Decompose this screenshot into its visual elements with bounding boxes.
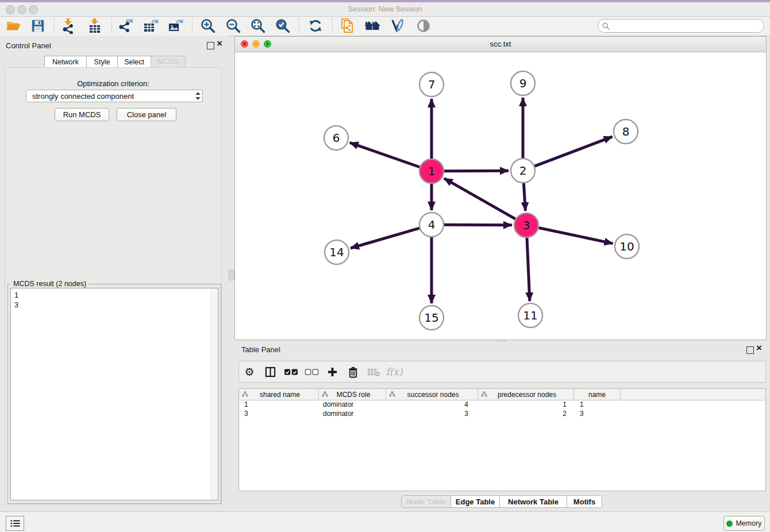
import-table-icon[interactable] [86,17,104,34]
float-panel-icon[interactable] [207,42,214,49]
tab-select[interactable]: Select [117,56,151,68]
control-panel: Control Panel × Network Style Select MCD… [0,36,227,511]
task-history-button[interactable] [6,516,24,531]
toolbar-separator [299,18,299,33]
network-canvas[interactable]: 7968124314101511 [235,52,766,340]
column-type-icon [322,391,328,398]
tab-style[interactable]: Style [86,56,118,68]
toolbar-separator [192,18,192,33]
export-table-icon[interactable] [141,17,160,34]
column-header-successor-nodes[interactable]: successor nodes [386,389,478,400]
refresh-layout-icon[interactable] [306,17,325,34]
graph-edge-4-3[interactable] [444,225,512,225]
search-box [598,19,764,33]
graph-node-label-14: 14 [329,245,344,259]
graph-edge-1-2[interactable] [444,171,509,171]
memory-status-icon [726,521,733,527]
toolbar-separator [332,18,333,33]
select-all-checks-icon[interactable] [280,369,301,375]
memory-button[interactable]: Memory [723,516,765,531]
toolbar-separator [54,18,55,33]
graph-edge-2-3[interactable] [523,183,525,211]
search-input[interactable] [612,21,764,30]
export-network-icon[interactable] [116,17,134,34]
export-image-icon[interactable] [166,17,184,34]
float-table-panel-icon[interactable] [746,346,754,354]
tab-network-table[interactable]: Network Table [500,495,567,508]
show-graphics-details-icon[interactable] [414,17,433,34]
control-panel-title: Control Panel [6,41,51,50]
table-header-row: shared name MCDS role successor nodes pr… [239,389,765,400]
table-panel-title: Table Panel [241,345,280,354]
result-scrollbar[interactable] [211,288,218,500]
column-header-mcds-role[interactable]: MCDS role [319,389,386,400]
apply-style-icon[interactable] [388,17,407,34]
network-window-titlebar[interactable]: × − + scc.txt [235,37,766,52]
run-mcds-button[interactable]: Run MCDS [55,108,109,121]
column-header-name[interactable]: name [574,389,621,400]
close-table-panel-icon[interactable]: × [756,342,762,354]
result-line: 3 [11,300,218,310]
graph-node-label-2: 2 [519,164,527,178]
tab-mcds[interactable]: MCDS [151,56,186,68]
graph-node-label-1: 1 [428,164,436,178]
status-bar: Memory [0,511,770,532]
clear-all-checks-icon[interactable] [301,369,322,375]
zoom-out-icon[interactable] [224,17,242,34]
memory-label: Memory [736,519,761,527]
table-row[interactable]: 3 dominator 3 2 3 [239,410,765,419]
criterion-dropdown[interactable]: strongly connected component [26,90,203,102]
graph-edge-3-1[interactable] [444,178,515,219]
graph-node-label-6: 6 [333,131,340,145]
window-title: Session: New Session [0,5,770,13]
result-line: 1 [11,288,218,300]
graph-node-label-9: 9 [519,76,527,90]
apply-formula-icon: f(x) [384,366,405,377]
optimization-criterion-label: Optimization criterion: [5,79,221,88]
tab-motifs[interactable]: Motifs [567,495,602,508]
vertical-splitter-handle[interactable] [229,270,234,280]
graph-edge-1-6[interactable] [350,142,420,167]
table-toolbar: ⚙ f(x) [238,361,766,383]
column-header-shared-name[interactable]: shared name [239,389,319,400]
graph-edge-4-14[interactable] [351,228,419,248]
tab-network[interactable]: Network [44,56,87,68]
table-tabs: Node Table Edge Table Network Table Moti… [401,495,602,508]
column-header-predecessor-nodes[interactable]: predecessor nodes [478,389,574,400]
dropdown-spinner-icon [193,92,202,100]
tab-edge-table[interactable]: Edge Table [451,495,500,508]
zoom-selected-icon[interactable] [274,17,292,34]
graph-edge-2-8[interactable] [535,137,613,166]
show-columns-icon[interactable] [260,367,280,377]
tab-node-table[interactable]: Node Table [401,495,451,508]
close-panel-icon[interactable]: × [217,38,222,49]
delete-row-icon[interactable] [342,366,363,378]
graph-node-label-7: 7 [428,78,436,91]
column-type-icon [481,391,487,398]
graph-node-label-10: 10 [619,240,634,253]
network-view-window: × − + scc.txt 7968124314101511 [234,36,767,340]
mcds-result-textarea[interactable]: 1 3 [10,288,218,500]
import-network-icon[interactable] [59,17,78,34]
zoom-fit-icon[interactable] [249,17,267,34]
graph-node-label-8: 8 [622,125,630,138]
graph-node-label-3: 3 [523,218,530,232]
zoom-in-icon[interactable] [199,17,217,34]
delete-table-icon [363,367,384,377]
node-table: shared name MCDS role successor nodes pr… [238,388,766,491]
graph-edge-3-10[interactable] [539,228,613,244]
add-row-icon[interactable] [322,367,342,377]
graph-edge-3-11[interactable] [527,238,530,301]
table-row[interactable]: 1 dominator 4 1 1 [239,400,765,410]
clone-network-icon[interactable] [338,17,357,34]
close-panel-button[interactable]: Close panel [117,108,176,121]
table-settings-icon[interactable]: ⚙ [239,365,260,378]
toolbar-separator [111,18,112,33]
mcds-panel-body: Optimization criterion: strongly connect… [5,67,222,505]
home-views-icon[interactable] [363,17,382,34]
table-panel: Table Panel × ⚙ f(x) [234,342,767,511]
mcds-result-title: MCDS result (2 nodes) [11,280,88,288]
graph-node-label-11: 11 [523,309,537,322]
save-session-icon[interactable] [29,17,47,34]
open-file-icon[interactable] [4,17,22,34]
